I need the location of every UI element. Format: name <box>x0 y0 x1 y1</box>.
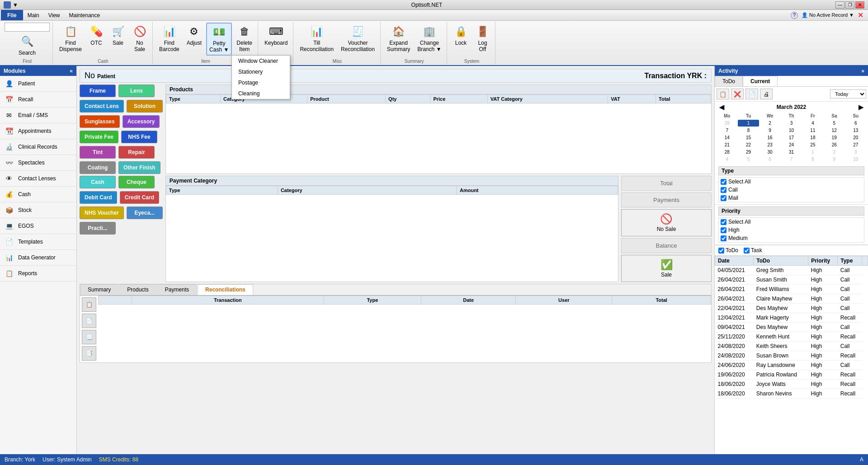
cal-day[interactable]: 6 <box>760 156 780 163</box>
cal-day[interactable]: 8 <box>802 156 823 163</box>
eyeca-button[interactable]: Eyeca... <box>127 207 163 219</box>
till-reconciliation-button[interactable]: 📊 TillReconciliation <box>297 23 336 55</box>
cal-day[interactable]: 7 <box>781 156 802 163</box>
close-icon[interactable]: ✕ <box>858 11 863 19</box>
sale-ribbon-button[interactable]: 🛒 Sale <box>108 23 128 48</box>
delete-item-button[interactable]: 🗑 DeleteItem <box>234 23 255 55</box>
cal-day[interactable]: 22 <box>738 141 759 148</box>
debit-card-button[interactable]: Debit Card <box>80 191 117 204</box>
activity-row[interactable]: 22/04/2021 Des Mayhew High Call <box>715 304 868 313</box>
solution-button[interactable]: Solution <box>127 100 163 113</box>
cal-day[interactable]: 20 <box>845 134 866 141</box>
help-icon[interactable]: ? <box>791 12 798 19</box>
restore-button[interactable]: ❐ <box>845 1 854 9</box>
activity-row[interactable]: 12/04/2021 Mark Hagerty High Recall <box>715 313 868 323</box>
repair-button[interactable]: Repair <box>118 146 155 159</box>
sidebar-item-contact-lenses[interactable]: 👁 Contact Lenses <box>0 171 76 187</box>
sidebar-item-templates[interactable]: 📄 Templates <box>0 234 76 250</box>
priority-select-all-checkbox[interactable] <box>721 219 726 225</box>
find-barcode-button[interactable]: 📊 FindBarcode <box>156 23 182 55</box>
type-select-all-checkbox[interactable] <box>721 179 726 185</box>
cal-day[interactable]: 4 <box>717 156 737 163</box>
tab-reconciliations[interactable]: Reconciliations <box>198 284 253 295</box>
nhs-fee-button[interactable]: NHS Fee <box>121 131 157 143</box>
cal-day[interactable]: 7 <box>717 127 737 134</box>
cal-day[interactable]: 9 <box>760 127 780 134</box>
dropdown-cleaning[interactable]: Cleaning <box>232 88 290 99</box>
cal-day[interactable]: 14 <box>717 134 737 141</box>
date-dropdown[interactable]: Today <box>830 89 866 99</box>
activity-row[interactable]: 26/04/2021 Claire Mayhew High Call <box>715 294 868 304</box>
nhs-voucher-button[interactable]: NHS Voucher <box>80 207 124 219</box>
type-filter-call[interactable]: Call <box>719 186 864 194</box>
calendar-prev-button[interactable]: ◀ <box>717 103 727 111</box>
change-branch-button[interactable]: 🏢 ChangeBranch ▼ <box>415 23 444 55</box>
recon-icon-1[interactable]: 📋 <box>82 297 96 312</box>
priority-filter-select-all[interactable]: Select All <box>719 218 864 226</box>
dropdown-postage[interactable]: Postage <box>232 77 290 88</box>
activity-row[interactable]: 18/06/2020 Sharon Nevins High Recall <box>715 389 868 399</box>
cal-day[interactable]: 25 <box>802 141 823 148</box>
search-button[interactable]: 🔍 Search <box>16 33 38 58</box>
sidebar-collapse-button[interactable]: « <box>70 68 73 74</box>
cal-day[interactable]: 24 <box>781 141 802 148</box>
sidebar-item-stock[interactable]: 📦 Stock <box>0 202 76 218</box>
sidebar-item-clinical-records[interactable]: 🔬 Clinical Records <box>0 139 76 155</box>
sidebar-item-reports[interactable]: 📋 Reports <box>0 266 76 282</box>
todo-checkbox-wrapper[interactable]: ToDo <box>718 247 738 254</box>
recon-icon-2[interactable]: 📄 <box>82 314 96 328</box>
tab-summary[interactable]: Summary <box>80 284 118 295</box>
sidebar-item-appointments[interactable]: 📆 Appointments <box>0 123 76 139</box>
cal-day[interactable]: 19 <box>824 134 844 141</box>
cal-day[interactable]: 13 <box>845 127 866 134</box>
cal-day[interactable]: 16 <box>760 134 780 141</box>
cal-day[interactable]: 30 <box>760 149 780 155</box>
cal-day[interactable]: 11 <box>802 127 823 134</box>
cal-day[interactable]: 2 <box>824 149 844 155</box>
close-button[interactable]: ✕ <box>855 1 864 9</box>
menu-main[interactable]: Main <box>23 10 44 20</box>
priority-high-checkbox[interactable] <box>721 227 726 233</box>
other-finish-button[interactable]: Other Finish <box>118 161 160 174</box>
calendar-next-button[interactable]: ▶ <box>856 103 866 111</box>
find-dispense-button[interactable]: 📋 FindDispense <box>57 23 85 55</box>
lens-button[interactable]: Lens <box>118 85 155 97</box>
activity-expand[interactable]: » <box>861 68 864 74</box>
menu-view[interactable]: View <box>44 10 65 20</box>
tab-products[interactable]: Products <box>119 284 156 295</box>
recon-icon-4[interactable]: 📑 <box>82 346 96 361</box>
activity-row[interactable]: 26/04/2021 Fred Williams High Call <box>715 285 868 294</box>
adjust-button[interactable]: ⚙ Adjust <box>184 23 204 48</box>
cal-day[interactable]: 3 <box>845 149 866 155</box>
sidebar-item-patient[interactable]: 👤 Patient <box>0 76 76 92</box>
activity-row[interactable]: 26/04/2021 Susan Smith High Call <box>715 275 868 285</box>
sunglasses-button[interactable]: Sunglasses <box>80 115 120 128</box>
petty-cash-button[interactable]: 💵 PettyCash ▼ <box>206 23 232 56</box>
cal-day[interactable]: 17 <box>781 134 802 141</box>
activity-row[interactable]: 24/08/2020 Keith Sheers High Call <box>715 342 868 351</box>
type-mail-checkbox[interactable] <box>721 195 726 201</box>
type-filter-select-all[interactable]: Select All <box>719 178 864 186</box>
menu-file[interactable]: File <box>1 10 23 20</box>
cal-day[interactable]: 18 <box>802 134 823 141</box>
type-filter-mail[interactable]: Mail <box>719 194 864 202</box>
no-sale-action-button[interactable]: 🚫 No Sale <box>621 209 712 236</box>
sidebar-item-recall[interactable]: 📅 Recall <box>0 92 76 108</box>
activity-row[interactable]: 04/05/2021 Greg Smith High Call <box>715 266 868 275</box>
practi-button[interactable]: Practi... <box>80 222 116 235</box>
activity-row[interactable]: 19/06/2020 Patricia Rowland High Recall <box>715 370 868 380</box>
cal-day[interactable]: 10 <box>845 156 866 163</box>
activity-row[interactable]: 24/08/2020 Susan Brown High Recall <box>715 351 868 361</box>
cal-day[interactable]: 8 <box>738 127 759 134</box>
priority-medium-checkbox[interactable] <box>721 235 726 241</box>
cheque-button[interactable]: Cheque <box>118 176 155 188</box>
accessory-button[interactable]: Accessory <box>123 115 160 128</box>
coating-button[interactable]: Coating <box>80 161 116 174</box>
cal-day[interactable]: 28 <box>717 120 737 127</box>
tint-button[interactable]: Tint <box>80 146 116 159</box>
type-call-checkbox[interactable] <box>721 187 726 193</box>
sidebar-item-email-sms[interactable]: ✉ Email / SMS <box>0 108 76 123</box>
sidebar-item-data-generator[interactable]: 📊 Data Generator <box>0 250 76 266</box>
todo-checkbox[interactable] <box>718 248 724 254</box>
minimize-button[interactable]: — <box>835 1 844 9</box>
